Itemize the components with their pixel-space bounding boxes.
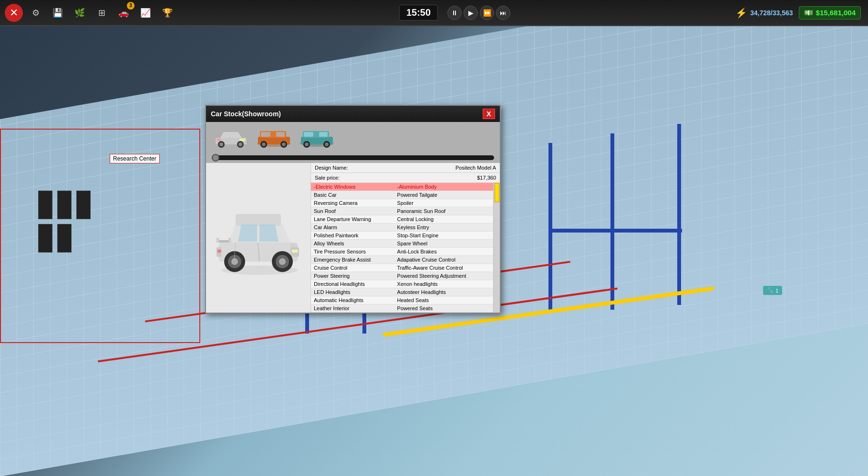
feature-right: Panoramic Sun Roof: [394, 207, 493, 215]
feature-left: Polished Paintwork: [311, 232, 394, 240]
car-thumb-teal[interactable]: [298, 126, 336, 150]
skip-button[interactable]: ⏭: [496, 6, 510, 20]
server-rack-2: [57, 191, 72, 219]
settings-button[interactable]: ⚙: [27, 4, 45, 22]
feature-left: Lane Departure Warning: [311, 215, 394, 223]
feature-right: Xenon headlights: [394, 280, 493, 288]
car-icon: 🚗: [118, 8, 129, 18]
feature-left: Car Alarm: [311, 223, 394, 232]
save-icon: 💾: [52, 8, 63, 18]
dialog-close-button[interactable]: X: [483, 109, 495, 119]
tool-wrench-icon: 🔧: [767, 287, 774, 294]
main-menu-button[interactable]: ✕: [5, 4, 23, 22]
control-buttons: ⏸ ▶ ⏩ ⏭: [447, 6, 510, 20]
feature-row[interactable]: Lane Departure WarningCentral Locking: [311, 215, 493, 223]
notification-badge: 3: [127, 2, 134, 10]
feature-row[interactable]: Polished PaintworkStop-Start Engine: [311, 232, 493, 240]
feature-row[interactable]: Sun RoofPanoramic Sun Roof: [311, 207, 493, 215]
feature-left: Power Steering: [311, 272, 394, 280]
feature-right: Powered Seats: [394, 304, 493, 313]
svg-rect-7: [217, 139, 221, 141]
feature-row[interactable]: Emergency Brake AssistAdapative Cruise C…: [311, 256, 493, 264]
feature-right: Central Locking: [394, 215, 493, 223]
sale-price-header: Sale price: $17,360: [311, 173, 500, 183]
svg-rect-16: [276, 132, 285, 137]
car-thumb-silver[interactable]: [212, 126, 250, 150]
feature-right: Powered Tailgate: [394, 191, 493, 199]
main-menu-icon: ✕: [10, 7, 18, 19]
svg-point-21: [305, 142, 309, 146]
shelf-h2: [548, 229, 682, 233]
feature-row[interactable]: Basic CarPowered Tailgate: [311, 191, 493, 199]
svg-rect-15: [261, 132, 270, 137]
feature-row[interactable]: Alloy WheelsSpare Wheel: [311, 240, 493, 248]
svg-point-14: [282, 142, 286, 146]
svg-point-38: [279, 258, 286, 265]
feature-left: Directional Headlights: [311, 280, 394, 288]
car-thumb-orange[interactable]: [255, 126, 293, 150]
trophy-button[interactable]: 🏆: [158, 4, 176, 22]
scrollbar-thumb[interactable]: [495, 183, 499, 202]
tool-count: 1: [775, 288, 778, 294]
dialog-titlebar: Car Stock(Showroom) X: [206, 106, 500, 122]
fast-forward-button[interactable]: ⏩: [480, 6, 494, 20]
server-rack-5: [57, 224, 72, 253]
feature-left: Emergency Brake Assist: [311, 256, 394, 264]
features-list-wrapper: -Electric Windows-Aluminium BodyBasic Ca…: [311, 183, 500, 313]
svg-point-12: [262, 142, 266, 146]
features-table: -Electric Windows-Aluminium BodyBasic Ca…: [311, 183, 493, 313]
toolbar-left: ✕ ⚙ 💾 🌿 ⊞ 🚗 3 📈 🏆: [0, 4, 181, 22]
toolbar: ✕ ⚙ 💾 🌿 ⊞ 🚗 3 📈 🏆 15:50 ⏸ ▶: [0, 0, 868, 26]
feature-right: Powered Steering Adjustment: [394, 272, 493, 280]
feature-left: Alloy Wheels: [311, 240, 394, 248]
car-button-wrapper: 🚗 3: [114, 4, 133, 22]
feature-row[interactable]: Tire Pressure SensorsAnti-Lock Brakes: [311, 248, 493, 256]
feature-row[interactable]: Directional HeadlightsXenon headlights: [311, 280, 493, 288]
dialog-content: Design Name: Positech Model A Sale price…: [206, 163, 500, 313]
pause-button[interactable]: ⏸: [447, 6, 462, 20]
feature-right: Autosteer Headlights: [394, 288, 493, 296]
feature-left: Tire Pressure Sensors: [311, 248, 394, 256]
research-button[interactable]: 🌿: [71, 4, 89, 22]
play-button[interactable]: ▶: [464, 6, 478, 20]
feature-left: Sun Roof: [311, 207, 394, 215]
feature-right: Traffic-Aware Cruise Control: [394, 264, 493, 272]
slider-track[interactable]: [212, 155, 494, 160]
research-icon: 🌿: [74, 8, 85, 18]
shelf-5: [677, 124, 681, 305]
server-rack-3: [76, 191, 91, 219]
save-button[interactable]: 💾: [49, 4, 67, 22]
car-thumbnails-area: [206, 122, 500, 153]
feature-row[interactable]: Power SteeringPowered Steering Adjustmen…: [311, 272, 493, 280]
features-scrollbar[interactable]: [493, 183, 500, 313]
feature-left: -Electric Windows: [311, 183, 394, 191]
feature-right: Anti-Lock Brakes: [394, 248, 493, 256]
chart-button[interactable]: 📈: [136, 4, 155, 22]
power-icon: ⚡: [735, 7, 747, 19]
layers-button[interactable]: ⊞: [93, 4, 111, 22]
feature-row[interactable]: Leather InteriorPowered Seats: [311, 304, 493, 313]
feature-right: Spare Wheel: [394, 240, 493, 248]
power-value: 34,728/33,563: [750, 9, 793, 17]
server-rack-1: [38, 191, 52, 219]
money-icon: 💵: [804, 9, 813, 17]
svg-point-35: [231, 258, 238, 265]
car-stock-dialog: Car Stock(Showroom) X: [205, 105, 501, 314]
svg-rect-28: [236, 214, 281, 226]
toolbar-right: ⚡ 34,728/33,563 💵 $15,681,004: [728, 6, 868, 20]
sale-price-value: $17,360: [477, 175, 496, 181]
shelf-4: [610, 133, 614, 310]
features-area: Design Name: Positech Model A Sale price…: [311, 163, 500, 313]
svg-rect-41: [228, 238, 231, 243]
feature-row[interactable]: Car AlarmKeyless Entry: [311, 223, 493, 232]
feature-row[interactable]: Reversing CameraSpoiler: [311, 199, 493, 207]
feature-row[interactable]: LED HeadlightsAutosteer Headlights: [311, 288, 493, 296]
svg-rect-6: [239, 139, 245, 141]
feature-row[interactable]: Automatic HeadlightsHeated Seats: [311, 296, 493, 304]
slider-thumb[interactable]: [212, 154, 219, 162]
money-display: 💵 $15,681,004: [799, 6, 861, 20]
slider-area: [206, 153, 500, 163]
time-display: 15:50: [399, 5, 438, 20]
feature-row[interactable]: -Electric Windows-Aluminium Body: [311, 183, 493, 191]
feature-row[interactable]: Cruise ControlTraffic-Aware Cruise Contr…: [311, 264, 493, 272]
